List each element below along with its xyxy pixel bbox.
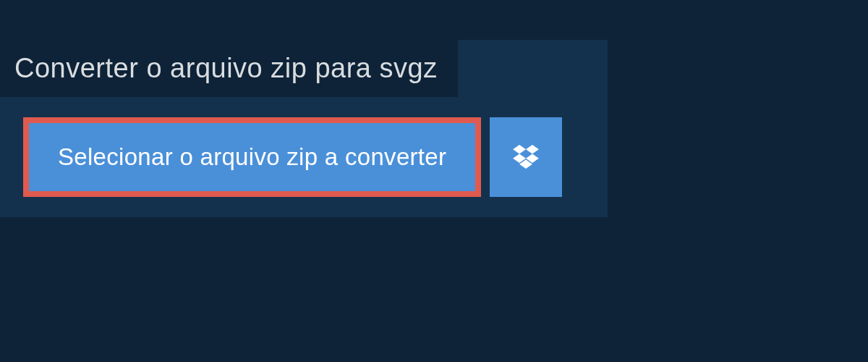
button-row: Selecionar o arquivo zip a converter — [0, 97, 608, 197]
dropbox-icon — [513, 145, 539, 169]
dropbox-button[interactable] — [490, 117, 562, 197]
page-title: Converter o arquivo zip para svgz — [14, 53, 438, 84]
title-bar: Converter o arquivo zip para svgz — [0, 40, 458, 97]
converter-panel: Converter o arquivo zip para svgz Seleci… — [0, 40, 608, 217]
select-file-button[interactable]: Selecionar o arquivo zip a converter — [23, 117, 481, 197]
